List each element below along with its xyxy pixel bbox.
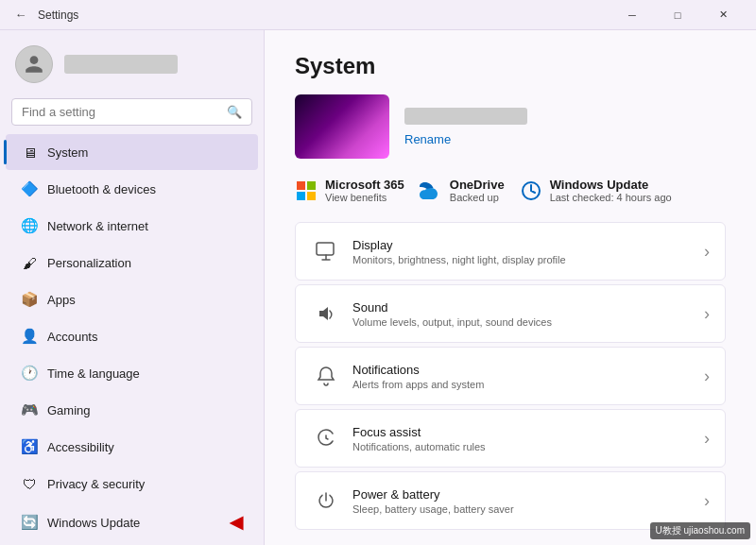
search-input[interactable] <box>22 105 221 119</box>
update-arrow-icon: ◀ <box>230 512 243 533</box>
svg-rect-5 <box>317 243 334 255</box>
sidebar-item-label-gaming: Gaming <box>47 403 91 417</box>
setting-text-display: DisplayMonitors, brightness, night light… <box>352 238 704 265</box>
setting-text-power: Power & batterySleep, battery usage, bat… <box>352 487 704 515</box>
wallpaper-preview <box>295 94 389 159</box>
setting-display[interactable]: DisplayMonitors, brightness, night light… <box>295 222 726 281</box>
nav-list: 🖥System🔷Bluetooth & devices🌐Network & in… <box>0 133 264 543</box>
service-text-onedrive: OneDriveBacked up <box>450 178 505 203</box>
setting-title-display: Display <box>352 238 704 252</box>
sidebar-item-label-accessibility: Accessibility <box>47 440 114 454</box>
setting-text-sound: SoundVolume levels, output, input, sound… <box>352 300 704 328</box>
setting-desc-power: Sleep, battery usage, battery saver <box>352 503 704 515</box>
service-winupdate[interactable]: Windows UpdateLast checked: 4 hours ago <box>520 178 672 203</box>
watermark: U教授 ujiaoshou.com <box>650 522 750 539</box>
setting-title-notifications: Notifications <box>352 363 704 377</box>
chevron-right-icon: › <box>704 491 710 511</box>
setting-text-notifications: NotificationsAlerts from apps and system <box>352 363 704 390</box>
bluetooth-icon: 🔷 <box>21 180 38 197</box>
setting-focus[interactable]: Focus assistNotifications, automatic rul… <box>295 409 726 468</box>
sidebar-item-time[interactable]: 🕐Time & language <box>6 355 258 391</box>
winupdate-icon: 🔄 <box>21 514 38 531</box>
sidebar-item-bluetooth[interactable]: 🔷Bluetooth & devices <box>6 171 258 207</box>
svg-marker-6 <box>319 307 328 320</box>
apps-icon: 📦 <box>21 291 38 308</box>
sidebar-item-label-system: System <box>47 145 88 160</box>
device-name <box>404 108 527 125</box>
sidebar-item-label-time: Time & language <box>47 366 140 381</box>
ms365-service-icon <box>295 179 318 202</box>
network-icon: 🌐 <box>21 217 38 234</box>
setting-desc-notifications: Alerts from apps and system <box>352 379 704 390</box>
avatar <box>15 45 53 83</box>
service-text-winupdate: Windows UpdateLast checked: 4 hours ago <box>550 178 672 203</box>
setting-title-focus: Focus assist <box>352 425 704 439</box>
sidebar-item-label-winupdate: Windows Update <box>47 516 140 530</box>
personalization-icon: 🖌 <box>21 254 38 271</box>
sidebar: 🔍 🖥System🔷Bluetooth & devices🌐Network & … <box>0 30 265 545</box>
service-name-onedrive: OneDrive <box>450 178 505 192</box>
privacy-icon: 🛡 <box>21 475 38 492</box>
setting-desc-display: Monitors, brightness, night light, displ… <box>352 254 704 265</box>
service-sub-ms365: View benefits <box>325 192 404 203</box>
services-row: Microsoft 365View benefitsOneDriveBacked… <box>295 178 726 203</box>
svg-rect-0 <box>297 181 305 190</box>
system-icon: 🖥 <box>21 144 38 161</box>
setting-desc-focus: Notifications, automatic rules <box>352 441 704 452</box>
sidebar-item-accessibility[interactable]: ♿Accessibility <box>6 429 258 465</box>
svg-rect-1 <box>307 181 316 190</box>
accessibility-icon: ♿ <box>21 438 38 455</box>
sidebar-item-label-network: Network & internet <box>47 219 148 233</box>
main-layout: 🔍 🖥System🔷Bluetooth & devices🌐Network & … <box>0 30 756 545</box>
service-sub-onedrive: Backed up <box>450 192 505 203</box>
profile-name <box>64 55 178 74</box>
sidebar-item-winupdate[interactable]: 🔄Windows Update◀ <box>6 502 258 542</box>
chevron-right-icon: › <box>704 304 710 324</box>
svg-rect-2 <box>297 192 305 200</box>
setting-sound[interactable]: SoundVolume levels, output, input, sound… <box>295 284 726 343</box>
search-icon: 🔍 <box>227 105 242 119</box>
sound-setting-icon <box>311 298 341 329</box>
service-onedrive[interactable]: OneDriveBacked up <box>420 178 505 203</box>
sidebar-item-label-bluetooth: Bluetooth & devices <box>47 182 156 196</box>
sidebar-item-label-apps: Apps <box>47 293 76 307</box>
back-button[interactable]: ← <box>11 6 30 25</box>
profile-section <box>0 30 264 94</box>
page-title: System <box>295 53 726 79</box>
chevron-right-icon: › <box>704 366 710 386</box>
setting-text-focus: Focus assistNotifications, automatic rul… <box>352 425 704 452</box>
setting-title-sound: Sound <box>352 300 704 315</box>
sidebar-item-system[interactable]: 🖥System <box>6 134 258 170</box>
sidebar-item-personalization[interactable]: 🖌Personalization <box>6 245 258 281</box>
sidebar-item-network[interactable]: 🌐Network & internet <box>6 208 258 244</box>
setting-power[interactable]: Power & batterySleep, battery usage, bat… <box>295 471 726 530</box>
sidebar-item-gaming[interactable]: 🎮Gaming <box>6 392 258 428</box>
titlebar-title: Settings <box>38 9 603 22</box>
search-box[interactable]: 🔍 <box>11 98 252 126</box>
sidebar-item-label-personalization: Personalization <box>47 256 131 270</box>
rename-link[interactable]: Rename <box>404 132 527 146</box>
hero-card: Rename <box>295 94 726 159</box>
service-ms365[interactable]: Microsoft 365View benefits <box>295 178 404 203</box>
sidebar-item-accounts[interactable]: 👤Accounts <box>6 318 258 354</box>
time-icon: 🕐 <box>21 365 38 382</box>
setting-desc-sound: Volume levels, output, input, sound devi… <box>352 316 704 328</box>
svg-rect-3 <box>307 192 316 200</box>
sidebar-item-apps[interactable]: 📦Apps <box>6 281 258 317</box>
maximize-button[interactable]: □ <box>656 0 699 30</box>
window-controls: ─ □ ✕ <box>610 0 745 30</box>
service-name-ms365: Microsoft 365 <box>325 178 404 192</box>
notifications-setting-icon <box>311 361 341 391</box>
content-area: System Rename Microsoft 365View benefits… <box>265 30 756 545</box>
service-name-winupdate: Windows Update <box>550 178 672 192</box>
minimize-button[interactable]: ─ <box>610 0 654 30</box>
chevron-right-icon: › <box>704 429 710 449</box>
setting-notifications[interactable]: NotificationsAlerts from apps and system… <box>295 347 726 405</box>
close-button[interactable]: ✕ <box>701 0 745 30</box>
sidebar-item-label-privacy: Privacy & security <box>47 477 145 491</box>
power-setting-icon <box>311 485 341 516</box>
sidebar-item-privacy[interactable]: 🛡Privacy & security <box>6 466 258 502</box>
sidebar-item-label-accounts: Accounts <box>47 330 97 344</box>
hero-info: Rename <box>404 108 527 146</box>
settings-list: DisplayMonitors, brightness, night light… <box>295 222 726 532</box>
